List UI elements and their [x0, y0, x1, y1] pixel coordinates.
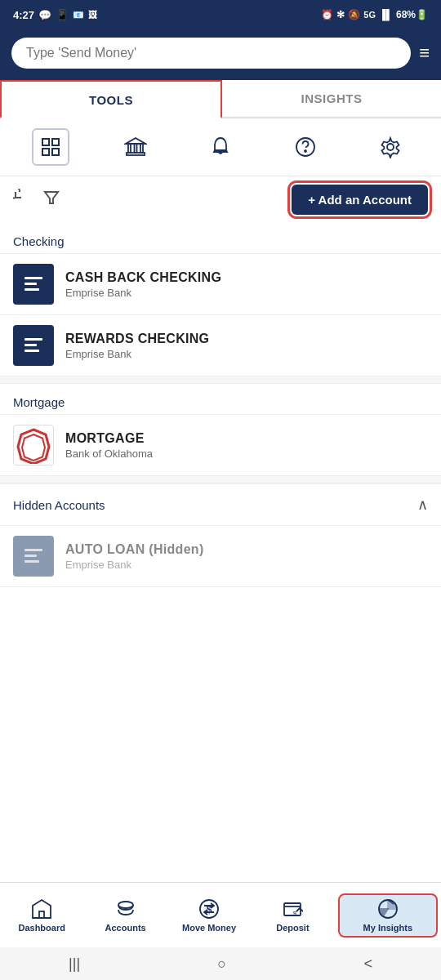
svg-rect-5	[128, 144, 131, 153]
svg-rect-19	[24, 344, 37, 346]
bank-icon-button[interactable]	[117, 128, 154, 166]
emprise-logo-rewards	[13, 325, 54, 366]
account-item-cash-back-checking[interactable]: CASH BACK CHECKING Emprise Bank	[0, 253, 441, 314]
account-name-auto-loan: AUTO LOAN (Hidden)	[65, 542, 428, 557]
status-bar: 4:27 💬 📱 📧 🖼 ⏰ ✻ 🔕 5G ▐▌ 68%🔋	[0, 0, 441, 29]
nav-label-accounts: Accounts	[105, 923, 146, 933]
home-button[interactable]: ○	[201, 952, 243, 976]
nav-label-my-insights: My Insights	[363, 923, 413, 933]
emprise-logo-cash-back	[13, 264, 54, 305]
outlook-icon: 📧	[73, 10, 84, 20]
account-bank-cash-back: Emprise Bank	[65, 287, 428, 299]
gear-icon	[379, 136, 402, 158]
svg-point-29	[118, 902, 133, 908]
grid-icon-button[interactable]	[32, 128, 69, 166]
chat-icon: 💬	[38, 9, 51, 21]
account-bank-mortgage: Bank of Oklahoma	[65, 448, 428, 460]
svg-rect-28	[39, 911, 44, 918]
account-name-cash-back: CASH BACK CHECKING	[65, 270, 428, 285]
move-money-nav-icon: $	[198, 898, 220, 920]
nav-item-move-money[interactable]: $ Move Money	[167, 892, 251, 939]
svg-rect-25	[24, 555, 37, 557]
svg-point-11	[387, 144, 394, 150]
svg-rect-2	[42, 149, 49, 155]
bank-icon	[124, 136, 147, 158]
dashboard-nav-icon	[31, 898, 52, 920]
deposit-nav-icon: $	[282, 898, 303, 920]
status-icons: ⏰ ✻ 🔕 5G ▐▌ 68%🔋	[321, 9, 428, 20]
action-bar: + Add an Account	[0, 176, 441, 223]
filter-icon	[42, 189, 60, 207]
account-item-mortgage[interactable]: MORTGAGE Bank of Oklahoma	[0, 414, 441, 475]
svg-marker-22	[22, 434, 45, 461]
back-button[interactable]: <	[347, 952, 389, 976]
teams-icon: 📱	[56, 9, 69, 21]
svg-rect-24	[24, 549, 42, 551]
mortgage-logo	[13, 425, 54, 466]
chevron-up-icon: ∧	[417, 496, 428, 514]
filter-button[interactable]	[42, 189, 60, 211]
checking-section-header: Checking	[0, 223, 441, 253]
gallery-icon: 🖼	[88, 10, 97, 20]
account-info-cash-back: CASH BACK CHECKING Emprise Bank	[65, 270, 428, 299]
tab-bar: TOOLS INSIGHTS	[0, 80, 441, 118]
nav-item-deposit[interactable]: $ Deposit	[251, 892, 334, 939]
nav-item-accounts[interactable]: Accounts	[83, 892, 167, 939]
help-icon-button[interactable]	[287, 128, 324, 166]
icon-toolbar	[0, 118, 441, 176]
my-insights-nav-icon	[377, 898, 399, 920]
account-item-rewards-checking[interactable]: REWARDS CHECKING Emprise Bank	[0, 314, 441, 376]
settings-icon-button[interactable]	[372, 128, 409, 166]
hidden-bank-logo	[18, 541, 49, 572]
menu-button[interactable]: ≡	[419, 44, 430, 62]
nav-label-deposit: Deposit	[276, 923, 309, 933]
svg-marker-27	[33, 900, 51, 918]
recent-apps-button[interactable]: |||	[52, 952, 96, 976]
header: ≡	[0, 29, 441, 80]
mute-icon: 🔕	[348, 9, 360, 20]
svg-rect-18	[24, 338, 42, 341]
accounts-list: Checking CASH BACK CHECKING Emprise Bank	[0, 223, 441, 587]
tab-insights[interactable]: INSIGHTS	[222, 80, 441, 117]
svg-rect-14	[24, 277, 42, 279]
nav-item-dashboard[interactable]: Dashboard	[0, 892, 83, 939]
signal-icon: ▐▌	[379, 9, 393, 20]
hidden-logo-auto-loan	[13, 536, 54, 577]
svg-rect-0	[42, 139, 49, 145]
network-icon: 5G	[363, 10, 376, 20]
svg-rect-1	[52, 139, 59, 145]
account-item-auto-loan[interactable]: AUTO LOAN (Hidden) Emprise Bank	[0, 525, 441, 587]
svg-rect-16	[24, 288, 39, 291]
alarm-icon: ⏰	[321, 9, 333, 20]
time-display: 4:27	[13, 9, 34, 21]
account-info-auto-loan: AUTO LOAN (Hidden) Emprise Bank	[65, 542, 428, 571]
svg-point-10	[305, 150, 306, 152]
svg-rect-8	[127, 153, 145, 155]
bell-icon-button[interactable]	[202, 128, 239, 166]
hidden-accounts-label: Hidden Accounts	[13, 498, 105, 512]
bottom-nav: Dashboard Accounts $ Move Money $ Deposi…	[0, 882, 441, 947]
emprise-bank-logo	[18, 269, 49, 300]
nav-item-my-insights[interactable]: My Insights	[338, 893, 438, 938]
svg-marker-12	[45, 192, 58, 203]
help-icon	[294, 136, 317, 158]
svg-rect-15	[24, 283, 37, 285]
account-info-rewards: REWARDS CHECKING Emprise Bank	[65, 332, 428, 360]
bluetooth-icon: ✻	[336, 9, 345, 20]
svg-marker-4	[126, 138, 145, 144]
refresh-icon	[13, 189, 31, 207]
grid-icon	[39, 136, 62, 158]
svg-rect-26	[24, 560, 39, 563]
svg-rect-7	[140, 144, 143, 153]
section-divider-2	[0, 475, 441, 483]
search-input[interactable]	[11, 38, 411, 69]
bank-of-oklahoma-logo	[15, 426, 52, 464]
account-bank-auto-loan: Emprise Bank	[65, 559, 428, 571]
account-name-rewards: REWARDS CHECKING	[65, 332, 428, 346]
accounts-nav-icon	[115, 898, 136, 920]
refresh-button[interactable]	[13, 189, 31, 211]
tab-tools[interactable]: TOOLS	[0, 80, 222, 118]
account-name-mortgage: MORTGAGE	[65, 431, 428, 446]
hidden-accounts-header[interactable]: Hidden Accounts ∧	[0, 483, 441, 525]
add-account-button[interactable]: + Add an Account	[292, 185, 428, 215]
